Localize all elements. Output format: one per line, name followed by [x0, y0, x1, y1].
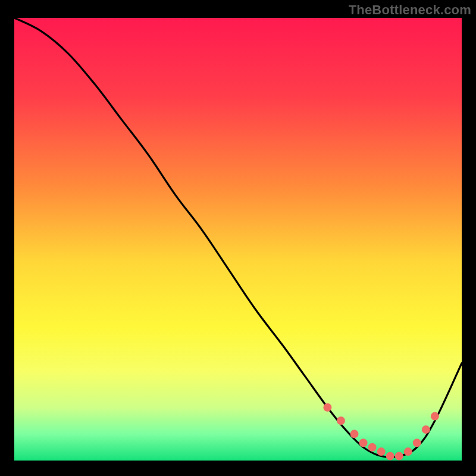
marker-dot [368, 443, 377, 452]
chart-svg [14, 18, 462, 461]
watermark-text: TheBottleneck.com [349, 2, 471, 18]
marker-dot [359, 439, 368, 447]
plot-area [14, 18, 462, 461]
marker-dot [350, 430, 359, 438]
marker-dot [386, 452, 394, 461]
marker-dot [422, 425, 430, 434]
marker-dot [431, 412, 439, 421]
marker-dot [337, 416, 345, 425]
marker-dot [395, 452, 403, 461]
marker-dot [413, 439, 421, 447]
marker-dot [323, 403, 331, 412]
marker-dot [377, 447, 386, 456]
gradient-bg [14, 18, 462, 461]
chart-frame: TheBottleneck.com [0, 0, 476, 476]
marker-dot [404, 447, 412, 456]
